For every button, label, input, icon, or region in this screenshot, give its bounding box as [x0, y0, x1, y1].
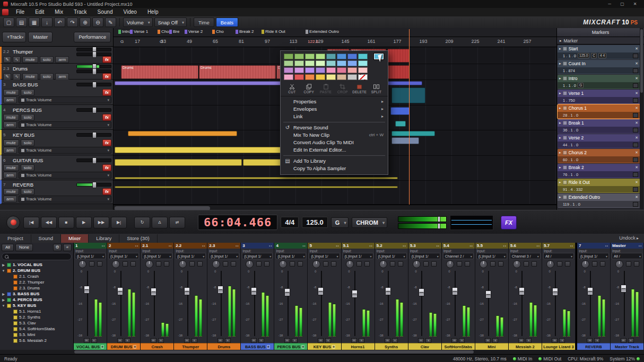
chevron-down-icon[interactable]: ▼ — [2, 269, 5, 272]
tree-item-4-percs-bus[interactable]: ▶4. PERCS BUS — [0, 297, 73, 303]
mute-button[interactable]: mute — [22, 56, 38, 63]
strip-options-icon[interactable]: ▪▪ — [236, 244, 239, 248]
solo-button[interactable]: solo — [40, 56, 54, 63]
strip-mini-button[interactable] — [600, 261, 605, 267]
input-select[interactable]: (L)Input 1/ — [343, 253, 373, 259]
audio-clip[interactable] — [391, 87, 425, 103]
strip-mini-button[interactable] — [231, 261, 236, 267]
tab-sound[interactable]: Sound — [31, 234, 61, 243]
tab-project[interactable]: Project — [0, 234, 31, 243]
strip-mini-button[interactable] — [256, 261, 262, 267]
color-swatch[interactable] — [294, 67, 304, 73]
strip-mini-button[interactable] — [356, 261, 362, 267]
strip-solo-button[interactable]: s — [325, 338, 331, 343]
volume-fader[interactable] — [251, 271, 257, 336]
track-header-6[interactable]: 6GUITAR BUSmutesolofxarmTrack Volume — [0, 155, 113, 180]
context-item-envelopes[interactable]: Envelopes▸ — [281, 105, 388, 113]
playhead[interactable] — [409, 29, 410, 205]
strip-mini-button[interactable] — [123, 261, 128, 267]
strip-mini-button[interactable] — [89, 261, 94, 267]
stop-button[interactable]: ■ — [58, 217, 74, 228]
marker-expand-icon[interactable]: ▸ — [559, 106, 561, 110]
audio-clip[interactable] — [395, 121, 406, 127]
input-select[interactable]: (L)Input 1/ — [275, 253, 306, 259]
tempo-display[interactable]: 125.0 — [302, 217, 328, 228]
marker-mini-button[interactable] — [633, 113, 638, 118]
input-select[interactable]: Channel 3 / — [510, 253, 541, 259]
fader-handle[interactable] — [452, 287, 458, 295]
arm-button[interactable]: arm — [55, 56, 69, 63]
scale-dropdown[interactable]: CHROM — [352, 217, 387, 228]
fx-button[interactable]: fx — [102, 89, 111, 96]
strip-mute-button[interactable]: m — [418, 338, 424, 343]
mixer-strip-2.3[interactable]: 2.3▪▪Input:(L)Input 1/0-8-16-27-38msDrum… — [207, 243, 241, 350]
marker-row-verse-1[interactable]: ▸Verse 1✕1 . 750 — [558, 90, 640, 104]
tree-item-5-2-synths[interactable]: 5.2. Synths — [0, 314, 73, 320]
strip-mini-button[interactable] — [223, 261, 228, 267]
gear-icon[interactable]: ⚙ — [53, 244, 62, 251]
strip-options-icon[interactable]: ▪▪ — [169, 244, 172, 248]
fx-button[interactable]: fx — [102, 114, 111, 121]
strip-mute-button[interactable]: m — [351, 338, 357, 343]
color-swatch[interactable] — [358, 60, 368, 66]
time-mode-button[interactable]: Time — [194, 17, 214, 27]
color-swatch[interactable] — [316, 54, 325, 59]
fader-handle[interactable] — [117, 287, 123, 295]
snap-dropdown[interactable]: Snap Off — [154, 17, 187, 27]
color-swatch[interactable] — [316, 74, 325, 80]
pan-knob[interactable] — [279, 260, 287, 268]
color-swatch[interactable] — [326, 54, 336, 59]
color-swatch[interactable] — [284, 54, 293, 59]
tree-item-2-2-thumper[interactable]: 2.2. Thumper — [0, 279, 73, 285]
context-item-link[interactable]: Link▸ — [281, 113, 388, 120]
color-swatch[interactable] — [358, 54, 368, 59]
pan-knob[interactable] — [346, 260, 354, 268]
strip-mini-button[interactable] — [164, 261, 169, 267]
pencil-icon[interactable]: ✎ — [3, 56, 11, 63]
fast-forward-button[interactable]: ▶▶ — [93, 217, 109, 228]
input-select[interactable]: (L)Input 1/ — [108, 253, 139, 259]
volume-fader[interactable] — [117, 271, 123, 336]
no-color-swatch[interactable] — [358, 74, 368, 80]
strip-mute-button[interactable]: m — [84, 338, 90, 343]
marker-delete-button[interactable]: ✕ — [634, 180, 639, 184]
track-header-2.3[interactable]: 2.3Drums✎∿mutesoloarmfx — [0, 64, 113, 80]
select-none-button[interactable]: None — [15, 244, 33, 251]
mute-button[interactable]: mute — [3, 139, 19, 146]
marker-mini-button[interactable] — [633, 172, 638, 177]
strip-mini-button[interactable] — [457, 261, 462, 267]
split-button[interactable]: SPLIT — [369, 83, 384, 94]
tree-item-2-drum-bus[interactable]: ▼2. DRUM BUS — [0, 268, 73, 273]
audio-clip[interactable] — [390, 107, 410, 115]
context-item-mix-to-new-clip[interactable]: Mix To New Clipctrl + W — [281, 131, 388, 139]
mixer-strip-2[interactable]: 2▪▪Input:(L)Input 1/0-8-16-27-38msDRUM B… — [107, 243, 141, 350]
fader-handle[interactable] — [251, 287, 257, 295]
marker-expand-icon[interactable]: ▸ — [559, 151, 561, 155]
strip-mini-button[interactable] — [290, 261, 295, 267]
expand-submix-icon[interactable]: + — [133, 345, 136, 349]
audio-clip[interactable] — [391, 137, 419, 144]
color-swatch[interactable] — [347, 67, 357, 73]
waveform-icon[interactable]: ∿ — [13, 56, 21, 63]
marker-delete-button[interactable]: ✕ — [634, 61, 639, 66]
audio-clip[interactable] — [387, 49, 410, 63]
input-select[interactable]: (L)Input 1/ — [476, 253, 507, 259]
strip-options-icon[interactable]: ▪▪ — [336, 244, 339, 248]
fx-button[interactable]: fx — [102, 164, 111, 171]
audio-clip[interactable] — [391, 131, 435, 136]
tab-mixer[interactable]: Mixer — [61, 234, 89, 243]
volume-fader[interactable] — [621, 271, 626, 336]
mixer-strip-5.5[interactable]: 5.5▪▪Input:(L)Input 1/0-8-16-27-38msMini — [475, 243, 509, 350]
strip-mini-button[interactable] — [565, 261, 570, 267]
color-swatch[interactable] — [326, 74, 336, 80]
context-item-add-to-library[interactable]: ▤Add To Library — [281, 157, 388, 165]
context-item-copy-to-alpha-sampler[interactable]: Copy To Alpha Sampler — [281, 165, 388, 172]
marker-delete-button[interactable]: ✕ — [634, 151, 639, 155]
volume-fader[interactable] — [217, 271, 223, 336]
pencil-tool-icon[interactable]: ✎ — [105, 17, 116, 27]
arm-button[interactable]: arm — [3, 196, 17, 202]
track-volume-slider[interactable] — [76, 52, 111, 56]
input-select[interactable]: (L)Input 1/ — [410, 253, 440, 259]
pan-knob[interactable] — [112, 260, 120, 268]
audio-clip[interactable] — [387, 65, 410, 79]
